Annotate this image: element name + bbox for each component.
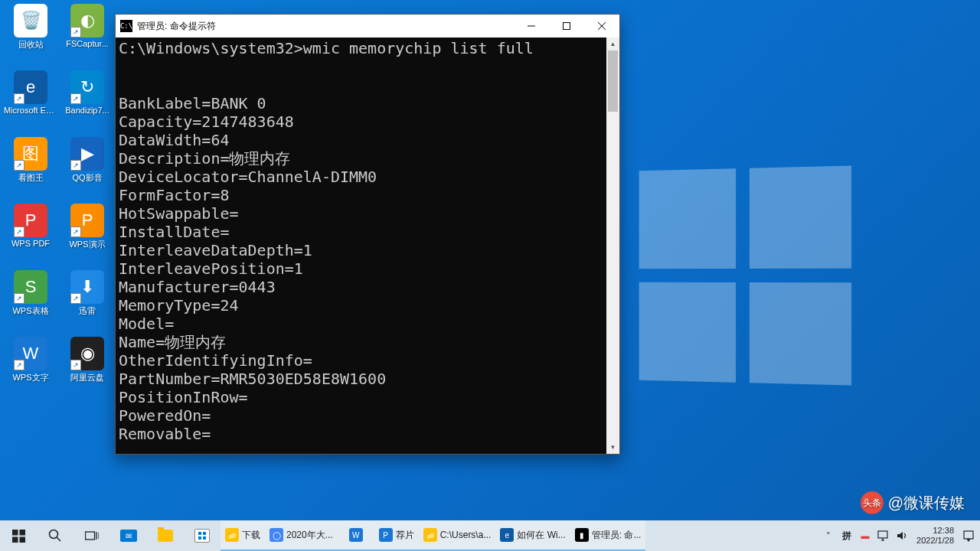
- taskbar-task[interactable]: P荐片: [374, 520, 419, 551]
- svg-rect-13: [198, 532, 201, 535]
- cmd-icon: C:\: [120, 20, 132, 32]
- svg-line-9: [57, 537, 60, 541]
- task-label: 如何在 Wi...: [517, 529, 565, 542]
- desktop-icon[interactable]: P↗WPS演示: [60, 204, 114, 261]
- desktop-icon[interactable]: ↻↗Bandizip7...: [60, 70, 114, 128]
- watermark: 头条 @微课传媒: [861, 491, 965, 514]
- task-icon: 📁: [225, 528, 239, 542]
- tray-chevron-up-icon[interactable]: ˄: [820, 520, 837, 551]
- close-button[interactable]: [584, 15, 619, 37]
- desktop-area: 🗑️回收站◐↗FSCaptur...e↗Microsoft Edge↻↗Band…: [0, 0, 115, 398]
- svg-rect-21: [964, 531, 973, 539]
- taskbar-task[interactable]: e如何在 Wi...: [495, 520, 570, 551]
- task-label: 荐片: [396, 529, 414, 542]
- desktop-icon[interactable]: W↗WPS文字: [4, 337, 57, 394]
- app-icon: 🗑️: [14, 4, 47, 37]
- task-label: 管理员: 命...: [592, 529, 642, 542]
- svg-rect-5: [19, 530, 25, 536]
- task-icon: 📁: [423, 528, 437, 542]
- scroll-thumb[interactable]: [608, 51, 618, 112]
- taskbar-task[interactable]: ▮管理员: 命...: [570, 520, 646, 551]
- terminal-output[interactable]: C:\Windows\system32>wmic memorychip list…: [116, 37, 606, 454]
- app-icon: P↗: [14, 204, 47, 237]
- svg-marker-20: [897, 532, 903, 540]
- app-icon: ◐↗: [70, 4, 104, 37]
- search-button[interactable]: [37, 520, 74, 551]
- task-label: 2020年大...: [286, 529, 333, 542]
- task-label: C:\Users\a...: [440, 530, 492, 540]
- icon-label: 阿里云盘: [60, 372, 114, 383]
- icon-label: 迅雷: [60, 305, 114, 317]
- app-icon: W↗: [14, 337, 47, 370]
- svg-rect-10: [86, 532, 95, 540]
- maximize-button[interactable]: [549, 15, 584, 37]
- svg-rect-4: [12, 530, 18, 536]
- desktop-icon[interactable]: ◉↗阿里云盘: [60, 337, 114, 394]
- task-icon: W: [349, 528, 363, 542]
- icon-label: WPS PDF: [4, 239, 57, 248]
- start-button[interactable]: [0, 520, 37, 551]
- watermark-icon: 头条: [861, 491, 884, 514]
- desktop-icon[interactable]: ◐↗FSCaptur...: [60, 4, 114, 61]
- app-icon: ⬇↗: [70, 270, 104, 304]
- taskbar-task[interactable]: 📁下载: [220, 520, 265, 551]
- titlebar[interactable]: C:\ 管理员: 命令提示符: [116, 15, 619, 37]
- task-icon: ▮: [575, 528, 589, 542]
- icon-label: Bandizip7...: [60, 106, 114, 115]
- svg-rect-1: [564, 23, 570, 30]
- desktop-icon[interactable]: ▶↗QQ影音: [60, 137, 114, 194]
- system-tray: ˄ 拼 ▬ 12:38 2022/1/28: [820, 520, 980, 551]
- cmd-window: C:\ 管理员: 命令提示符 C:\Windows\system32>wmic …: [115, 14, 620, 455]
- app-icon: P↗: [70, 204, 104, 237]
- scrollbar-vertical[interactable]: ▲ ▼: [606, 37, 619, 454]
- wallpaper-windows-logo: [639, 166, 851, 386]
- tray-app-icon[interactable]: ▬: [857, 520, 874, 551]
- icon-label: QQ影音: [60, 172, 114, 184]
- tray-network-icon[interactable]: [875, 520, 892, 551]
- tray-ime-icon[interactable]: 拼: [838, 520, 855, 551]
- task-label: 下载: [242, 529, 260, 542]
- minimize-button[interactable]: [514, 15, 549, 37]
- taskbar-task[interactable]: ◯2020年大...: [265, 520, 338, 551]
- desktop-icon[interactable]: ⬇↗迅雷: [60, 270, 114, 328]
- icon-label: WPS表格: [4, 305, 57, 317]
- scroll-up-button[interactable]: ▲: [606, 37, 619, 51]
- svg-point-8: [50, 530, 58, 539]
- task-icon: P: [379, 528, 393, 542]
- tray-time: 12:38: [933, 526, 954, 536]
- svg-rect-15: [198, 536, 201, 540]
- mail-pinned[interactable]: ✉: [110, 520, 147, 551]
- svg-rect-7: [19, 536, 25, 543]
- icon-label: Microsoft Edge: [4, 106, 57, 115]
- task-icon: ◯: [270, 528, 283, 542]
- watermark-text: @微课传媒: [888, 493, 965, 514]
- task-icon: e: [500, 528, 514, 542]
- scroll-down-button[interactable]: ▼: [606, 441, 619, 454]
- app-icon: S↗: [14, 270, 47, 304]
- taskbar: ✉ 📁下载◯2020年大...WP荐片📁C:\Users\a...e如何在 Wi…: [0, 520, 980, 551]
- icon-label: 看图王: [4, 172, 57, 184]
- window-title: 管理员: 命令提示符: [137, 20, 514, 33]
- app-icon: e↗: [14, 70, 47, 104]
- desktop-icon[interactable]: 🗑️回收站: [4, 4, 57, 61]
- tray-volume-icon[interactable]: [893, 520, 910, 551]
- app-icon: ▶↗: [70, 137, 104, 171]
- svg-rect-16: [203, 536, 206, 540]
- desktop-icon[interactable]: 图↗看图王: [4, 137, 57, 194]
- taskbar-task[interactable]: W: [338, 520, 374, 551]
- app-icon: ↻↗: [70, 70, 104, 104]
- svg-rect-14: [203, 532, 206, 535]
- store-pinned[interactable]: [184, 520, 220, 551]
- explorer-pinned[interactable]: [147, 520, 184, 551]
- app-icon: 图↗: [14, 137, 47, 171]
- icon-label: 回收站: [4, 39, 57, 51]
- desktop-icon[interactable]: P↗WPS PDF: [4, 204, 57, 261]
- tray-notifications-icon[interactable]: [960, 520, 977, 551]
- desktop-icon[interactable]: e↗Microsoft Edge: [4, 70, 57, 128]
- app-icon: ◉↗: [70, 337, 104, 370]
- tray-clock[interactable]: 12:38 2022/1/28: [912, 526, 959, 546]
- taskbar-task[interactable]: 📁C:\Users\a...: [419, 520, 496, 551]
- desktop-icon[interactable]: S↗WPS表格: [4, 270, 57, 328]
- icon-label: WPS演示: [60, 239, 114, 250]
- task-view-button[interactable]: [74, 520, 110, 551]
